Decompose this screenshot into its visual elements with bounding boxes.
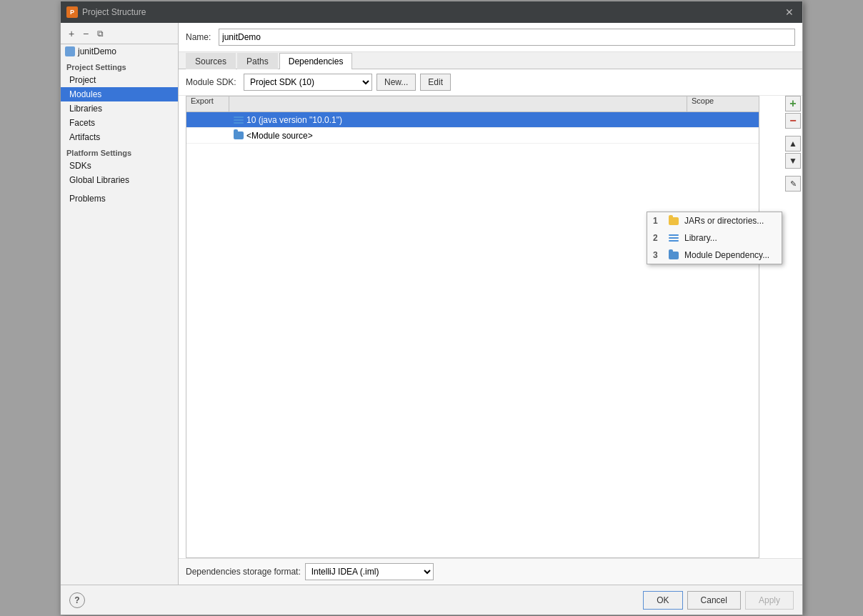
app-icon: P — [66, 6, 78, 18]
sidebar-item-global-libraries-label: Global Libraries — [69, 175, 129, 185]
sdk-row: Module SDK: Project SDK (10) New... Edit — [179, 69, 802, 96]
dep-row-sdk-name: 10 (java version "10.0.1") — [229, 115, 687, 125]
module-name: junitDemo — [78, 46, 116, 56]
remove-dependency-button[interactable]: − — [785, 113, 801, 129]
footer-right: OK Cancel Apply — [643, 591, 794, 610]
add-module-button[interactable]: + — [65, 27, 78, 40]
cancel-button[interactable]: Cancel — [687, 591, 741, 610]
folder-icon-module-dep — [669, 252, 679, 259]
dropdown-label-module-dep: Module Dependency... — [684, 250, 769, 260]
new-sdk-button[interactable]: New... — [376, 74, 416, 91]
module-source-label: <Module source> — [246, 131, 313, 141]
sidebar-item-problems-label: Problems — [69, 194, 106, 204]
dep-storage-row: Dependencies storage format: IntelliJ ID… — [179, 558, 802, 585]
dep-row-module-source[interactable]: <Module source> — [186, 128, 759, 144]
project-settings-section: Project Settings — [61, 59, 178, 73]
dropdown-num-2: 2 — [653, 233, 663, 243]
sidebar-item-artifacts[interactable]: Artifacts — [61, 130, 178, 144]
dropdown-item-module-dep[interactable]: 3 Module Dependency... — [647, 247, 782, 264]
apply-button[interactable]: Apply — [745, 591, 794, 610]
sdk-label: Module SDK: — [186, 77, 239, 87]
module-icon — [65, 46, 75, 56]
title-bar-left: P Project Structure — [66, 6, 146, 18]
move-down-button[interactable]: ▼ — [785, 153, 801, 169]
dep-inner: Export Scope — [186, 96, 781, 558]
sidebar-item-modules-label: Modules — [69, 89, 101, 99]
dialog-title: Project Structure — [82, 7, 146, 17]
sidebar-item-artifacts-label: Artifacts — [69, 132, 100, 142]
dependencies-area: Export Scope — [179, 96, 802, 558]
help-button[interactable]: ? — [69, 592, 85, 608]
ok-button[interactable]: OK — [643, 591, 682, 610]
tabs-row: Sources Paths Dependencies — [179, 52, 802, 69]
sidebar-item-global-libraries[interactable]: Global Libraries — [61, 173, 178, 187]
col-name-header — [229, 96, 687, 111]
name-label: Name: — [186, 32, 214, 42]
add-dropdown-menu: 1 JARs or directories... 2 Library... — [647, 212, 782, 264]
sidebar-item-sdks[interactable]: SDKs — [61, 159, 178, 173]
sidebar-item-libraries-label: Libraries — [69, 104, 102, 114]
sidebar-item-facets[interactable]: Facets — [61, 116, 178, 130]
sdk-icon — [234, 115, 244, 125]
dropdown-num-3: 3 — [653, 250, 663, 260]
sidebar-toolbar: + − ⧉ — [61, 23, 178, 44]
sidebar-item-project[interactable]: Project — [61, 73, 178, 87]
col-export-header: Export — [186, 96, 229, 111]
dropdown-label-jars: JARs or directories... — [684, 216, 764, 226]
dep-table-header: Export Scope — [186, 96, 759, 111]
sidebar-item-project-label: Project — [69, 75, 96, 85]
dialog-footer: ? OK Cancel Apply — [61, 585, 802, 615]
add-dependency-button[interactable]: + — [785, 96, 801, 111]
folder-blue-icon — [234, 131, 244, 139]
storage-select[interactable]: IntelliJ IDEA (.iml) — [305, 563, 434, 580]
platform-settings-section: Platform Settings — [61, 144, 178, 159]
sidebar-item-facets-label: Facets — [69, 118, 95, 128]
tab-dependencies[interactable]: Dependencies — [279, 53, 353, 69]
name-input[interactable] — [219, 29, 795, 46]
edit-sdk-button[interactable]: Edit — [420, 74, 451, 91]
project-structure-dialog: P Project Structure ✕ + − ⧉ junitDemo Pr… — [60, 1, 803, 615]
right-btns: + 1 JARs or directories... 2 — [781, 96, 802, 558]
col-scope-header: Scope — [687, 96, 759, 111]
dropdown-num-1: 1 — [653, 216, 663, 226]
dropdown-item-jars[interactable]: 1 JARs or directories... — [647, 212, 782, 229]
dep-table-rows: 10 (java version "10.0.1") <Mod — [186, 111, 759, 558]
tab-sources[interactable]: Sources — [186, 53, 236, 69]
sidebar-item-problems[interactable]: Problems — [61, 192, 178, 206]
dialog-body: + − ⧉ junitDemo Project Settings Project… — [61, 23, 802, 585]
remove-module-button[interactable]: − — [79, 27, 92, 40]
bars-icon-library — [669, 234, 679, 242]
folder-icon-jars — [669, 217, 679, 225]
sdk-select[interactable]: Project SDK (10) — [244, 74, 372, 91]
main-content: Name: Sources Paths Dependencies Module … — [179, 23, 802, 585]
module-source-icon — [234, 131, 244, 141]
sidebar-item-sdks-label: SDKs — [69, 161, 91, 171]
dep-row-source-name: <Module source> — [229, 131, 687, 141]
dep-row-sdk[interactable]: 10 (java version "10.0.1") — [186, 112, 759, 128]
close-button[interactable]: ✕ — [782, 6, 797, 18]
dropdown-label-library: Library... — [684, 233, 717, 243]
dropdown-item-library[interactable]: 2 Library... — [647, 229, 782, 247]
sidebar-item-modules[interactable]: Modules — [61, 87, 178, 101]
edit-dependency-button[interactable]: ✎ — [785, 176, 801, 192]
sidebar-item-libraries[interactable]: Libraries — [61, 101, 178, 116]
tab-paths[interactable]: Paths — [237, 53, 278, 69]
copy-module-button[interactable]: ⧉ — [94, 27, 106, 40]
sdk-dep-label: 10 (java version "10.0.1") — [246, 115, 342, 125]
sdk-bars-icon — [234, 116, 244, 124]
name-row: Name: — [179, 23, 802, 52]
title-bar: P Project Structure ✕ — [61, 1, 802, 23]
footer-left: ? — [69, 592, 85, 608]
sidebar: + − ⧉ junitDemo Project Settings Project… — [61, 23, 179, 585]
sidebar-module-item[interactable]: junitDemo — [61, 44, 178, 59]
move-up-button[interactable]: ▲ — [785, 136, 801, 151]
storage-label: Dependencies storage format: — [186, 567, 301, 577]
